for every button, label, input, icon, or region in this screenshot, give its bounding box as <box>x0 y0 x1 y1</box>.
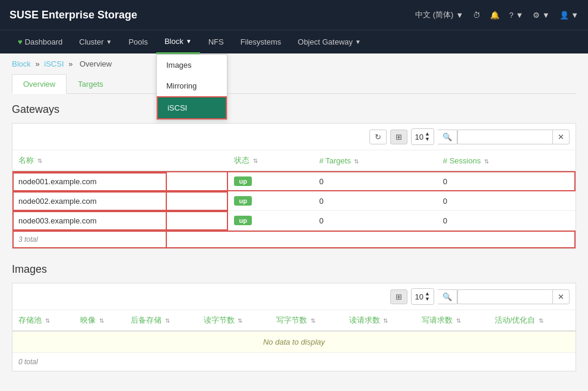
gateways-toolbar: ↻ ⊞ 10 ▲ ▼ 🔍 <box>12 124 576 150</box>
sort-readreq-icon: ⇅ <box>383 317 388 324</box>
table-view-button[interactable]: ⊞ <box>390 130 407 144</box>
gateway-targets-1: 0 <box>313 171 437 191</box>
img-col-image[interactable]: 映像 ⇅ <box>74 310 125 331</box>
refresh-button[interactable]: ↻ <box>369 130 387 144</box>
img-col-readbytes[interactable]: 读字节数 ⇅ <box>198 310 271 331</box>
block-dropdown-menu: Images Mirroring iSCSI <box>156 54 227 120</box>
images-per-page-selector[interactable]: 10 ▲ ▼ <box>411 288 434 305</box>
sort-active-icon: ⇅ <box>539 317 543 324</box>
table-row: node003.example.com up 0 0 <box>12 211 576 231</box>
col-name[interactable]: 名称 ⇅ <box>12 150 228 171</box>
images-toolbar: ⊞ 10 ▲ ▼ 🔍 ✕ <box>12 283 576 310</box>
sort-pool-icon: ⇅ <box>45 317 50 324</box>
navbar: SUSE Enterprise Storage 中文 (简体) ▼ ⏱ 🔔 ? … <box>0 0 588 30</box>
img-col-writebytes[interactable]: 写字节数 ⇅ <box>270 310 343 331</box>
images-per-page-spinners[interactable]: ▲ ▼ <box>425 291 430 302</box>
status-badge-2: up <box>234 196 251 206</box>
help-menu[interactable]: ? ▼ <box>509 11 523 20</box>
subnav-pools[interactable]: Pools <box>120 30 156 54</box>
gateway-targets-3: 0 <box>313 211 437 231</box>
img-col-backend[interactable]: 后备存储 ⇅ <box>125 310 198 331</box>
sort-sessions-icon: ⇅ <box>484 158 489 165</box>
dropdown-iscsi[interactable]: iSCSI <box>157 96 227 119</box>
subnav-dashboard[interactable]: ♥ Dashboard <box>10 30 71 54</box>
sort-status-icon: ⇅ <box>253 157 258 164</box>
language-label: 中文 (简体) <box>415 10 453 20</box>
images-clear-icon: ✕ <box>558 292 564 301</box>
gateways-search-box: 🔍 ✕ <box>438 130 570 144</box>
dropdown-mirroring[interactable]: Mirroring <box>157 75 227 96</box>
gateway-status-3: up <box>228 211 313 231</box>
gateway-name-1: node001.example.com <box>12 171 228 191</box>
tab-targets[interactable]: Targets <box>67 74 115 94</box>
sort-readbytes-icon: ⇅ <box>238 317 242 324</box>
user-chevron: ▼ <box>571 11 578 20</box>
gateways-title: Gateways <box>12 103 576 116</box>
col-sessions[interactable]: # Sessions ⇅ <box>437 150 576 171</box>
gear-menu[interactable]: ⚙ ▼ <box>533 11 550 20</box>
per-page-value: 10 <box>415 133 423 141</box>
gateway-sessions-1: 0 <box>437 171 576 191</box>
subnav-objectgateway-label: Object Gateway <box>298 37 353 46</box>
refresh-icon: ↻ <box>375 133 381 141</box>
page-content: Overview Targets Gateways ↻ ⊞ 10 ▲ ▼ <box>0 74 588 391</box>
subnav-block-dropdown: Block ▼ Images Mirroring iSCSI <box>156 30 200 54</box>
user-menu[interactable]: 👤 ▼ <box>559 11 579 20</box>
col-status[interactable]: 状态 ⇅ <box>228 150 313 171</box>
sort-backend-icon: ⇅ <box>165 317 170 324</box>
img-col-pool[interactable]: 存储池 ⇅ <box>12 310 74 331</box>
per-page-spinners[interactable]: ▲ ▼ <box>425 131 430 142</box>
subnav-block-label: Block <box>165 37 184 46</box>
bell-icon[interactable]: 🔔 <box>490 11 500 20</box>
sort-writereq-icon: ⇅ <box>456 317 461 324</box>
img-col-readreq[interactable]: 读请求数 ⇅ <box>343 310 416 331</box>
per-page-selector[interactable]: 10 ▲ ▼ <box>411 128 434 145</box>
table-row: node002.example.com up 0 0 <box>12 191 576 211</box>
subnav-objectgateway[interactable]: Object Gateway ▼ <box>289 30 369 54</box>
images-table-wrapper: ⊞ 10 ▲ ▼ 🔍 ✕ <box>12 283 576 371</box>
breadcrumb: Block » iSCSI » Overview <box>0 53 588 74</box>
subnav-dashboard-label: Dashboard <box>25 37 63 46</box>
images-no-data: No data to display <box>12 331 576 353</box>
gateways-table: 名称 ⇅ 状态 ⇅ # Targets ⇅ <box>12 150 576 248</box>
objectgateway-chevron: ▼ <box>355 39 361 45</box>
gateways-total-row: 3 total <box>12 231 576 249</box>
gateways-section: Gateways ↻ ⊞ 10 ▲ ▼ <box>12 103 576 249</box>
gateway-name-2: node002.example.com <box>12 191 228 211</box>
subnav-cluster[interactable]: Cluster ▼ <box>71 30 120 54</box>
breadcrumb-sep2: » <box>68 59 75 68</box>
images-table-icon: ⊞ <box>396 292 402 301</box>
img-col-writereq[interactable]: 写请求数 ⇅ <box>416 310 489 331</box>
subnav-block[interactable]: Block ▼ <box>156 30 200 54</box>
gear-chevron: ▼ <box>542 11 550 20</box>
breadcrumb-block[interactable]: Block <box>12 59 31 68</box>
search-input[interactable] <box>457 130 552 144</box>
dropdown-images[interactable]: Images <box>157 55 227 75</box>
block-chevron: ▼ <box>186 38 192 45</box>
subnav-cluster-label: Cluster <box>79 37 103 46</box>
col-targets[interactable]: # Targets ⇅ <box>313 150 437 171</box>
clear-search-button[interactable]: ✕ <box>552 130 570 144</box>
img-col-active[interactable]: 活动/优化自 ⇅ <box>489 310 576 331</box>
images-clear-search-button[interactable]: ✕ <box>552 289 570 304</box>
hourglass-icon[interactable]: ⏱ <box>473 11 480 20</box>
subnav-filesystems[interactable]: Filesystems <box>232 30 290 54</box>
status-badge-3: up <box>234 216 251 225</box>
gateway-name-3: node003.example.com <box>12 211 228 231</box>
gateway-sessions-2: 0 <box>437 191 576 211</box>
images-no-data-row: No data to display <box>12 331 576 353</box>
search-button[interactable]: 🔍 <box>438 130 457 144</box>
images-table-view-button[interactable]: ⊞ <box>390 289 407 304</box>
status-badge-1: up <box>234 176 251 186</box>
images-search-input[interactable] <box>457 289 552 304</box>
breadcrumb-sep1: » <box>35 59 42 68</box>
images-total: 0 total <box>12 353 576 371</box>
subnav: ♥ Dashboard Cluster ▼ Pools Block ▼ Imag… <box>0 30 588 53</box>
breadcrumb-iscsi[interactable]: iSCSI <box>44 59 64 68</box>
tab-overview[interactable]: Overview <box>12 74 67 94</box>
images-search-button[interactable]: 🔍 <box>438 289 457 304</box>
subnav-nfs[interactable]: NFS <box>200 30 232 54</box>
language-selector[interactable]: 中文 (简体) ▼ <box>415 10 463 20</box>
gateways-table-wrapper: ↻ ⊞ 10 ▲ ▼ 🔍 <box>12 123 576 249</box>
images-search-icon: 🔍 <box>442 292 452 301</box>
